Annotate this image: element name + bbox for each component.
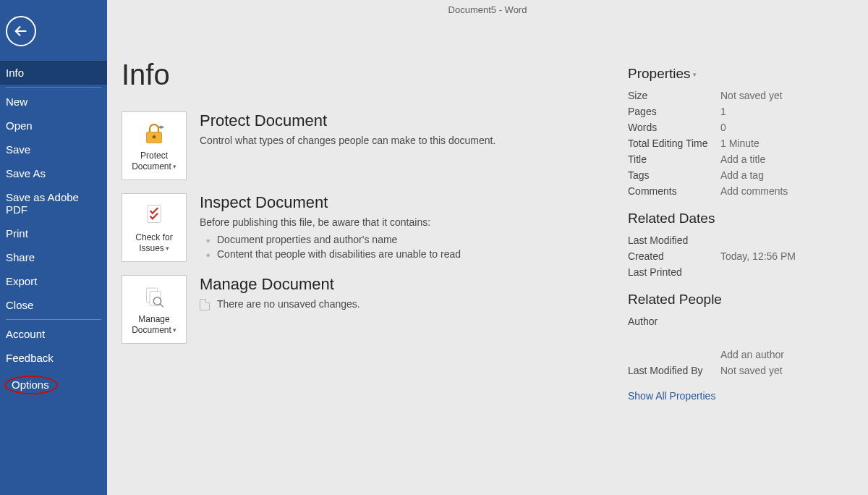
tile-label: Check for Issues▾ — [122, 232, 186, 253]
sidebar-item-label: Export — [6, 275, 37, 287]
sidebar-item-info[interactable]: Info — [0, 61, 107, 85]
inspect-bullet-list: Document properties and author's name Co… — [200, 232, 628, 261]
prop-key-editing-time: Total Editing Time — [628, 138, 720, 149]
prop-key-author: Author — [628, 316, 720, 327]
sidebar-item-label: Print — [6, 227, 28, 240]
prop-val-words: 0 — [720, 122, 845, 133]
prop-key-words: Words — [628, 122, 720, 133]
prop-val-pages: 1 — [720, 106, 845, 117]
back-button[interactable] — [6, 16, 36, 46]
sidebar-item-feedback[interactable]: Feedback — [0, 346, 107, 370]
lock-icon — [141, 120, 167, 146]
add-author[interactable]: Add an author — [720, 349, 845, 360]
properties-panel: Properties▾ SizeNot saved yet Pages1 Wor… — [628, 59, 845, 402]
prop-key-last-printed: Last Printed — [628, 266, 720, 278]
protect-section-desc: Control what types of changes people can… — [200, 135, 628, 146]
prop-key-size: Size — [628, 90, 720, 101]
related-dates-heading: Related Dates — [628, 211, 845, 227]
sidebar-item-export[interactable]: Export — [0, 269, 107, 293]
arrow-left-icon — [13, 23, 29, 39]
sidebar-item-save-as[interactable]: Save As — [0, 161, 107, 185]
document-icon — [200, 299, 210, 310]
prop-key-last-modified: Last Modified — [628, 234, 720, 246]
inspect-section-title: Inspect Document — [200, 193, 628, 212]
prop-val-title[interactable]: Add a title — [720, 153, 845, 165]
protect-section-title: Protect Document — [200, 111, 628, 130]
prop-val-tags[interactable]: Add a tag — [720, 169, 845, 181]
sidebar-item-label: Save As — [6, 167, 46, 179]
prop-key-pages: Pages — [628, 106, 720, 117]
check-for-issues-tile[interactable]: Check for Issues▾ — [122, 193, 187, 262]
prop-val-size: Not saved yet — [720, 90, 845, 101]
sidebar-item-save-pdf[interactable]: Save as Adobe PDF — [0, 185, 107, 221]
sidebar-item-print[interactable]: Print — [0, 221, 107, 245]
properties-heading[interactable]: Properties▾ — [628, 66, 845, 82]
inspect-section-desc: Before publishing this file, be aware th… — [200, 216, 628, 228]
divider — [6, 87, 101, 88]
sidebar-item-label: Account — [6, 328, 45, 340]
sidebar-item-new[interactable]: New — [0, 90, 107, 114]
prop-key-title: Title — [628, 153, 720, 165]
prop-key-last-modified-by: Last Modified By — [628, 365, 720, 376]
prop-val-last-modified-by: Not saved yet — [720, 365, 845, 376]
tile-label: Manage Document▾ — [122, 314, 186, 335]
related-people-heading: Related People — [628, 292, 845, 308]
prop-val-created: Today, 12:56 PM — [720, 250, 845, 262]
list-item: Content that people with disabilities ar… — [200, 247, 628, 261]
prop-val-editing-time: 1 Minute — [720, 138, 845, 149]
prop-val-last-printed — [720, 266, 845, 278]
manage-section-title: Manage Document — [200, 275, 628, 294]
sidebar-item-close[interactable]: Close — [0, 293, 107, 317]
sidebar-item-label: Close — [6, 299, 33, 311]
sidebar-item-label: Save as Adobe PDF — [6, 191, 79, 216]
sidebar-item-options[interactable]: Options — [0, 370, 107, 400]
prop-key-created: Created — [628, 250, 720, 262]
manage-document-tile[interactable]: Manage Document▾ — [122, 275, 187, 344]
sidebar-item-label: Info — [6, 67, 24, 79]
callout-highlight: Options — [4, 376, 58, 394]
list-item: Document properties and author's name — [200, 232, 628, 247]
sidebar-item-open[interactable]: Open — [0, 114, 107, 138]
protect-document-tile[interactable]: Protect Document▾ — [122, 111, 187, 180]
page-title: Info — [122, 59, 628, 91]
sidebar-item-save[interactable]: Save — [0, 138, 107, 161]
sidebar-item-label: Save — [6, 143, 30, 156]
svg-rect-3 — [148, 206, 161, 223]
prop-val-comments[interactable]: Add comments — [720, 185, 845, 197]
main-content: Document5 - Word Info Protect Document▾ … — [107, 0, 868, 495]
manage-section-desc: There are no unsaved changes. — [200, 298, 628, 310]
window-title: Document5 - Word — [107, 0, 868, 15]
sidebar-item-label: Options — [12, 378, 49, 391]
backstage-sidebar: Info New Open Save Save As Save as Adobe… — [0, 0, 107, 495]
sidebar-item-label: New — [6, 96, 27, 108]
sidebar-item-label: Feedback — [6, 352, 54, 364]
tile-label: Protect Document▾ — [122, 151, 186, 172]
prop-val-last-modified — [720, 234, 845, 246]
sidebar-item-label: Share — [6, 251, 35, 263]
svg-point-2 — [153, 135, 156, 139]
sidebar-item-account[interactable]: Account — [0, 322, 107, 346]
prop-key-comments: Comments — [628, 185, 720, 197]
document-check-icon — [141, 202, 167, 228]
divider — [6, 319, 101, 320]
sidebar-item-share[interactable]: Share — [0, 245, 107, 269]
show-all-properties-link[interactable]: Show All Properties — [628, 390, 715, 402]
sidebar-item-label: Open — [6, 119, 33, 132]
prop-key-tags: Tags — [628, 169, 720, 181]
document-manage-icon — [141, 284, 167, 310]
